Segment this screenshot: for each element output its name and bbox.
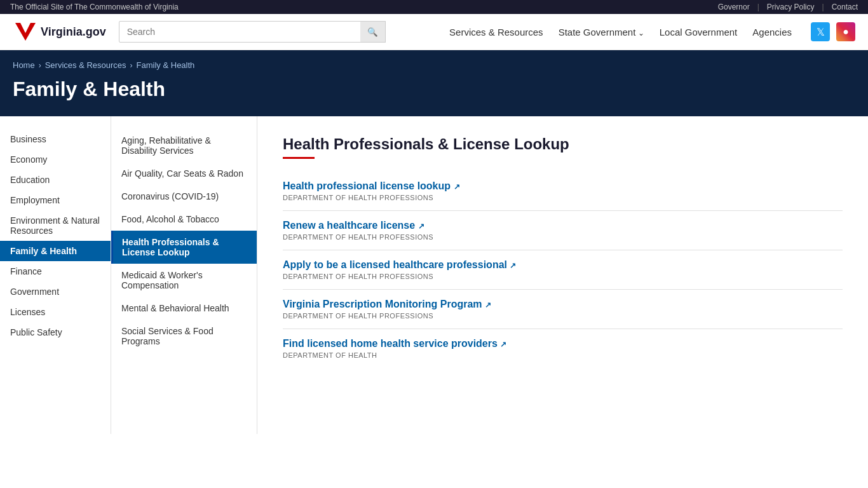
link-item-2: Apply to be a licensed healthcare profes… xyxy=(283,250,843,290)
main-nav: Services & Resources State Government Lo… xyxy=(449,27,792,37)
sidebar-mid-mental-health[interactable]: Mental & Behavioral Health xyxy=(111,297,257,320)
sidebar-item-education[interactable]: Education xyxy=(0,170,111,190)
dept-label-1: DEPARTMENT OF HEALTH PROFESSIONS xyxy=(283,233,843,241)
svg-marker-0 xyxy=(15,23,36,41)
top-bar: The Official Site of The Commonwealth of… xyxy=(0,0,868,14)
external-arrow-2: ↗ xyxy=(510,261,516,270)
external-arrow-3: ↗ xyxy=(485,301,491,309)
breadcrumb-sep-2: › xyxy=(130,61,133,70)
sidebar-mid-social-services[interactable]: Social Services & Food Programs xyxy=(111,320,257,353)
breadcrumb-current: Family & Health xyxy=(137,60,195,70)
dept-label-2: DEPARTMENT OF HEALTH PROFESSIONS xyxy=(283,273,843,280)
sidebar-item-environment[interactable]: Environment & Natural Resources xyxy=(0,210,111,241)
contact-link[interactable]: Contact xyxy=(832,3,858,11)
sidebar-item-public-safety[interactable]: Public Safety xyxy=(0,322,111,342)
content-area: Health Professionals & License Lookup He… xyxy=(257,116,868,434)
search-input[interactable] xyxy=(119,21,386,43)
section-title: Health Professionals & License Lookup xyxy=(283,135,843,153)
link-item-0: Health professional license lookup ↗ DEP… xyxy=(283,172,843,211)
governor-link[interactable]: Governor xyxy=(718,3,750,11)
sidebar-item-finance[interactable]: Finance xyxy=(0,261,111,281)
sidebar-mid-aging[interactable]: Aging, Rehabilitative & Disability Servi… xyxy=(111,129,257,162)
link-item-3: Virginia Prescription Monitoring Program… xyxy=(283,290,843,329)
sidebar-mid-food[interactable]: Food, Alcohol & Tobacco xyxy=(111,208,257,231)
top-bar-links: Governor | Privacy Policy | Contact xyxy=(718,3,858,11)
breadcrumb-services[interactable]: Services & Resources xyxy=(45,60,126,70)
privacy-link[interactable]: Privacy Policy xyxy=(767,3,815,11)
dept-label-3: DEPARTMENT OF HEALTH PROFESSIONS xyxy=(283,312,843,320)
external-arrow-4: ↗ xyxy=(500,340,506,349)
content-link-0[interactable]: Health professional license lookup ↗ xyxy=(283,180,460,191)
header: Virginia.gov 🔍 Services & Resources Stat… xyxy=(0,14,868,50)
sidebar-middle: Aging, Rehabilitative & Disability Servi… xyxy=(111,116,257,434)
external-arrow-1: ↗ xyxy=(418,222,424,231)
external-arrow-0: ↗ xyxy=(454,182,460,191)
dept-label-0: DEPARTMENT OF HEALTH PROFESSIONS xyxy=(283,194,843,201)
content-link-1[interactable]: Renew a healthcare license ↗ xyxy=(283,220,424,231)
breadcrumb-sep-1: › xyxy=(39,61,41,70)
sidebar-item-family-health[interactable]: Family & Health xyxy=(0,241,111,261)
instagram-icon[interactable]: ● xyxy=(836,22,855,41)
sidebar-mid-health-professionals[interactable]: Health Professionals & License Lookup xyxy=(111,231,257,264)
social-icons: 𝕏 ● xyxy=(811,22,855,41)
nav-services-resources[interactable]: Services & Resources xyxy=(449,27,543,37)
sidebar-item-licenses[interactable]: Licenses xyxy=(0,302,111,322)
link-item-4: Find licensed home health service provid… xyxy=(283,329,843,368)
hero-section: Home › Services & Resources › Family & H… xyxy=(0,50,868,116)
search-button[interactable]: 🔍 xyxy=(360,21,386,43)
sidebar-mid-coronavirus[interactable]: Coronavirus (COVID-19) xyxy=(111,185,257,208)
sidebar-item-employment[interactable]: Employment xyxy=(0,190,111,210)
content-link-2[interactable]: Apply to be a licensed healthcare profes… xyxy=(283,259,516,270)
content-link-4[interactable]: Find licensed home health service provid… xyxy=(283,338,506,349)
sidebar-item-business[interactable]: Business xyxy=(0,129,111,149)
sidebar-mid-medicaid[interactable]: Medicaid & Worker's Compensation xyxy=(111,264,257,297)
nav-local-government[interactable]: Local Government xyxy=(660,27,738,37)
twitter-icon[interactable]: 𝕏 xyxy=(811,22,830,41)
logo-text: Virginia.gov xyxy=(41,25,106,39)
sidebar-item-economy[interactable]: Economy xyxy=(0,149,111,170)
virginia-logo-icon xyxy=(13,20,36,43)
site-label: The Official Site of The Commonwealth of… xyxy=(10,3,179,11)
search-icon: 🔍 xyxy=(367,27,378,37)
sidebar-mid-air-quality[interactable]: Air Quality, Car Seats & Radon xyxy=(111,162,257,185)
page-title: Family & Health xyxy=(13,78,855,101)
logo[interactable]: Virginia.gov xyxy=(13,20,106,43)
search-wrapper: 🔍 xyxy=(119,21,386,43)
sidebar-item-government[interactable]: Government xyxy=(0,281,111,302)
nav-state-government[interactable]: State Government xyxy=(559,27,644,37)
dept-label-4: DEPARTMENT OF HEALTH xyxy=(283,351,843,359)
sidebar-left: Business Economy Education Employment En… xyxy=(0,116,111,434)
content-link-3[interactable]: Virginia Prescription Monitoring Program… xyxy=(283,299,491,309)
nav-agencies[interactable]: Agencies xyxy=(752,27,792,37)
main-content: Business Economy Education Employment En… xyxy=(0,116,868,434)
breadcrumb: Home › Services & Resources › Family & H… xyxy=(13,60,855,70)
link-item-1: Renew a healthcare license ↗ DEPARTMENT … xyxy=(283,211,843,250)
breadcrumb-home[interactable]: Home xyxy=(13,60,35,70)
section-title-underline xyxy=(283,157,315,159)
